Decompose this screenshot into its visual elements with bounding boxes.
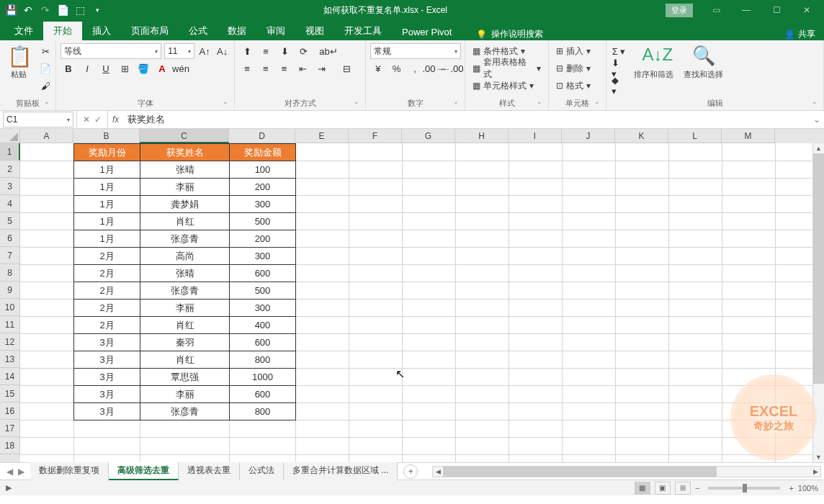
table-cell[interactable]: 3月 xyxy=(74,403,140,420)
format-painter-button[interactable]: 🖌 xyxy=(37,78,53,94)
row-header-16[interactable]: 16 xyxy=(0,402,20,420)
find-select-button[interactable]: 🔍查找和选择 xyxy=(681,43,726,81)
decrease-indent-button[interactable]: ⇤ xyxy=(295,60,311,76)
table-cell[interactable]: 800 xyxy=(230,403,296,420)
zoom-out-button[interactable]: − xyxy=(695,484,699,492)
align-center-button[interactable]: ≡ xyxy=(258,60,274,76)
tab-review[interactable]: 审阅 xyxy=(256,22,295,40)
format-cells-button[interactable]: ⊡格式 ▾ xyxy=(553,78,594,94)
view-normal-button[interactable]: ▦ xyxy=(635,482,650,495)
column-header-G[interactable]: G xyxy=(402,129,455,143)
fill-color-button[interactable]: 🪣 xyxy=(135,60,151,76)
decrease-decimal-button[interactable]: ←.00 xyxy=(444,60,460,76)
row-header-6[interactable]: 6 xyxy=(0,230,20,247)
table-cell[interactable]: 1月 xyxy=(74,161,140,179)
table-header[interactable]: 奖励月份 xyxy=(74,144,140,161)
row-header-3[interactable]: 3 xyxy=(0,178,20,195)
cut-button[interactable]: ✂ xyxy=(37,43,53,59)
sheet-tab-5[interactable]: 多重合并计算数据区域 ... xyxy=(284,462,398,480)
table-cell[interactable]: 肖红 xyxy=(140,213,230,230)
table-cell[interactable]: 张彦青 xyxy=(140,403,230,420)
comma-button[interactable]: , xyxy=(407,60,423,76)
row-header-18[interactable]: 18 xyxy=(0,437,20,454)
table-cell[interactable]: 3月 xyxy=(74,369,140,386)
italic-button[interactable]: I xyxy=(79,60,95,76)
close-icon[interactable]: ✕ xyxy=(792,2,821,18)
column-header-L[interactable]: L xyxy=(668,129,722,143)
touch-icon[interactable]: 📄 xyxy=(55,2,71,18)
row-header-4[interactable]: 4 xyxy=(0,195,20,212)
tab-home[interactable]: 开始 xyxy=(43,22,82,40)
new-sheet-button[interactable]: + xyxy=(403,464,418,479)
table-cell[interactable]: 2月 xyxy=(74,282,140,300)
redo-icon[interactable]: ↷ xyxy=(37,2,53,18)
table-cell[interactable]: 张彦青 xyxy=(140,230,230,248)
cancel-icon[interactable]: ✕ xyxy=(83,114,90,125)
name-box[interactable]: C1▾ xyxy=(3,112,73,127)
zoom-level[interactable]: 100% xyxy=(798,484,818,492)
table-cell[interactable]: 500 xyxy=(230,213,296,230)
align-bottom-button[interactable]: ⬇ xyxy=(277,43,292,59)
table-cell[interactable]: 肖红 xyxy=(140,317,230,334)
font-name-combo[interactable]: 等线▾ xyxy=(61,43,161,59)
formula-input[interactable]: 获奖姓名 xyxy=(123,113,810,126)
autosum-button[interactable]: Σ ▾ xyxy=(611,43,627,59)
row-header-1[interactable]: 1 xyxy=(0,143,20,161)
minimize-icon[interactable]: — xyxy=(732,2,761,18)
row-header-2[interactable]: 2 xyxy=(0,161,20,178)
table-cell[interactable]: 张彦青 xyxy=(140,282,230,300)
tab-layout[interactable]: 页面布局 xyxy=(121,22,179,40)
view-pagebreak-button[interactable]: ⊞ xyxy=(675,482,691,495)
column-header-B[interactable]: B xyxy=(73,129,140,143)
paste-button[interactable]: 📋粘贴 xyxy=(4,43,33,81)
tab-formula[interactable]: 公式 xyxy=(179,22,218,40)
font-size-combo[interactable]: 11▾ xyxy=(164,43,194,59)
underline-button[interactable]: U xyxy=(98,60,114,76)
table-cell[interactable]: 600 xyxy=(230,386,296,403)
table-cell[interactable]: 2月 xyxy=(74,317,140,334)
tell-me-search[interactable]: 💡操作说明搜索 xyxy=(476,28,543,40)
table-cell[interactable]: 1月 xyxy=(74,196,140,213)
share-button[interactable]: 👤共享 xyxy=(784,28,815,40)
sheet-tab-2[interactable]: 高级筛选去重 xyxy=(109,462,179,480)
tab-pivot[interactable]: Power Pivot xyxy=(392,24,462,40)
ribbon-options-icon[interactable]: ▭ xyxy=(702,2,730,18)
column-header-A[interactable]: A xyxy=(20,129,73,143)
insert-cells-button[interactable]: ⊞插入 ▾ xyxy=(553,43,594,59)
undo-icon[interactable]: ↶ xyxy=(20,2,36,18)
align-top-button[interactable]: ⬆ xyxy=(239,43,255,59)
tab-file[interactable]: 文件 xyxy=(4,22,43,40)
table-cell[interactable]: 600 xyxy=(230,265,296,282)
table-cell[interactable]: 1000 xyxy=(230,369,296,386)
cells-area[interactable]: 奖励月份获奖姓名奖励金额1月张晴1001月李丽2001月龚梦娟3001月肖红50… xyxy=(20,143,824,462)
font-color-button[interactable]: A xyxy=(154,60,170,76)
tab-data[interactable]: 数据 xyxy=(218,22,256,40)
sheet-nav-next-icon[interactable]: ▶ xyxy=(16,467,26,477)
tab-view[interactable]: 视图 xyxy=(295,22,334,40)
sheet-tab-4[interactable]: 公式法 xyxy=(240,462,284,480)
maximize-icon[interactable]: ☐ xyxy=(762,2,791,18)
table-cell[interactable]: 1月 xyxy=(74,230,140,248)
column-header-K[interactable]: K xyxy=(615,129,668,143)
column-header-E[interactable]: E xyxy=(295,129,349,143)
currency-button[interactable]: ¥ xyxy=(370,60,386,76)
row-header-9[interactable]: 9 xyxy=(0,282,20,299)
row-header-7[interactable]: 7 xyxy=(0,247,20,264)
decrease-font-button[interactable]: A↓ xyxy=(215,43,230,59)
fill-button[interactable]: ⬇ ▾ xyxy=(611,60,627,76)
clear-button[interactable]: ◆ ▾ xyxy=(611,78,627,94)
table-format-button[interactable]: ▦套用表格格式 ▾ xyxy=(470,60,544,76)
align-right-button[interactable]: ≡ xyxy=(277,60,292,76)
select-all-corner[interactable] xyxy=(0,129,20,143)
table-cell[interactable]: 800 xyxy=(230,351,296,369)
horizontal-scrollbar[interactable]: ◀▶ xyxy=(432,466,821,477)
row-header-5[interactable]: 5 xyxy=(0,212,20,230)
column-header-D[interactable]: D xyxy=(229,129,295,143)
table-cell[interactable]: 3月 xyxy=(74,334,140,351)
phonetic-button[interactable]: wén xyxy=(173,60,189,76)
row-header-15[interactable]: 15 xyxy=(0,385,20,402)
save-icon[interactable]: 💾 xyxy=(3,2,19,18)
cell-styles-button[interactable]: ▦单元格样式 ▾ xyxy=(470,78,544,94)
row-header-8[interactable]: 8 xyxy=(0,264,20,282)
sheet-tab-1[interactable]: 数据删除重复项 xyxy=(30,462,109,480)
